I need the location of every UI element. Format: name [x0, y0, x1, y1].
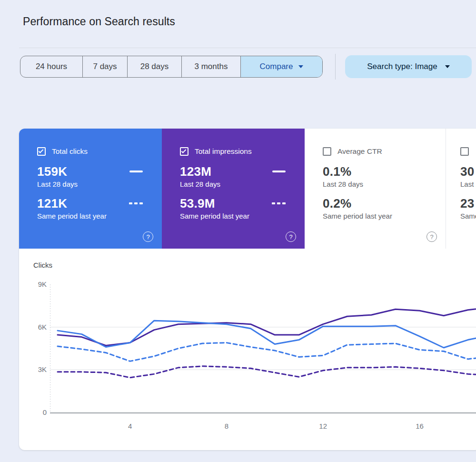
- help-icon[interactable]: ?: [426, 231, 437, 242]
- total-clicks-checkbox[interactable]: [37, 147, 46, 156]
- metric-card-average-position[interactable]: 30 Last 28 days 23 Same period last year: [446, 129, 476, 249]
- chevron-down-icon: [298, 65, 303, 68]
- dashed-line-legend-mark: [129, 202, 143, 204]
- svg-text:9K: 9K: [38, 280, 47, 288]
- solid-line-legend-mark: [129, 171, 143, 172]
- metric-card-label: Total clicks: [52, 147, 88, 156]
- metric-value-previous: 121K: [37, 196, 67, 211]
- performance-line-chart[interactable]: 9K6K3K0481216: [19, 249, 476, 450]
- svg-text:16: 16: [416, 422, 424, 430]
- toolbar-divider: [335, 54, 336, 80]
- checkmark-icon: [181, 148, 187, 153]
- svg-text:4: 4: [128, 422, 132, 430]
- svg-text:6K: 6K: [38, 323, 47, 331]
- metric-value-previous: 53.9M: [180, 196, 215, 211]
- solid-line-legend-mark: [272, 171, 286, 172]
- search-console-performance-page: { "header": { "title": "Performance on S…: [0, 0, 476, 462]
- search-type-dropdown[interactable]: Search type: Image: [345, 55, 472, 78]
- date-range-28-days[interactable]: 28 days: [127, 56, 181, 77]
- metric-caption-current: Last 28 days: [180, 180, 305, 188]
- help-icon[interactable]: ?: [143, 231, 153, 242]
- metric-caption-current: Last 28 days: [460, 180, 476, 188]
- average-position-checkbox[interactable]: [460, 147, 469, 156]
- metric-value-current: 123M: [180, 164, 211, 179]
- compare-dropdown[interactable]: Compare: [240, 56, 322, 77]
- metric-caption-previous: Same period last year: [460, 212, 476, 220]
- average-ctr-checkbox[interactable]: [323, 147, 331, 156]
- metric-card-label: Total impressions: [195, 147, 252, 156]
- chevron-down-icon: [445, 65, 450, 68]
- clicks-chart-section: Clicks 9K6K3K0481216: [19, 249, 476, 450]
- date-range-segmented-control: 24 hours 7 days 28 days 3 months Compare: [20, 56, 323, 78]
- metric-card-label: Average CTR: [337, 147, 382, 156]
- checkmark-icon: [39, 148, 44, 153]
- metric-value-current: 159K: [37, 164, 67, 179]
- svg-text:3K: 3K: [38, 365, 47, 373]
- svg-text:0: 0: [43, 408, 47, 416]
- metric-value-previous: 23: [460, 196, 475, 211]
- metric-value-current: 30: [460, 164, 475, 179]
- header-divider: [19, 48, 476, 48]
- svg-text:8: 8: [225, 422, 228, 430]
- page-title: Performance on Search results: [23, 15, 175, 28]
- date-range-3-months[interactable]: 3 months: [181, 56, 240, 77]
- metric-value-current: 0.1%: [323, 164, 351, 179]
- date-range-7-days[interactable]: 7 days: [82, 56, 127, 77]
- dashed-line-legend-mark: [272, 202, 286, 204]
- date-range-24-hours[interactable]: 24 hours: [20, 56, 82, 77]
- metric-caption-previous: Same period last year: [180, 212, 305, 220]
- compare-label: Compare: [260, 62, 293, 71]
- metric-card-total-clicks[interactable]: Total clicks 159K Last 28 days 121K Same…: [19, 129, 162, 249]
- metric-caption-current: Last 28 days: [37, 180, 162, 188]
- search-type-label: Search type: Image: [367, 62, 437, 71]
- svg-text:12: 12: [319, 422, 327, 430]
- total-impressions-checkbox[interactable]: [180, 147, 188, 156]
- metric-caption-previous: Same period last year: [323, 212, 446, 220]
- metric-caption-current: Last 28 days: [323, 180, 446, 188]
- metric-card-total-impressions[interactable]: Total impressions 123M Last 28 days 53.9…: [162, 129, 305, 249]
- metric-cards-row: Total clicks 159K Last 28 days 121K Same…: [19, 129, 476, 249]
- performance-panel: Total clicks 159K Last 28 days 121K Same…: [19, 129, 476, 450]
- metric-card-average-ctr[interactable]: Average CTR 0.1% Last 28 days 0.2% Same …: [305, 129, 446, 249]
- filter-toolbar: 24 hours 7 days 28 days 3 months Compare…: [20, 56, 472, 78]
- metric-caption-previous: Same period last year: [37, 212, 162, 220]
- help-icon[interactable]: ?: [286, 231, 296, 242]
- metric-value-previous: 0.2%: [323, 196, 351, 211]
